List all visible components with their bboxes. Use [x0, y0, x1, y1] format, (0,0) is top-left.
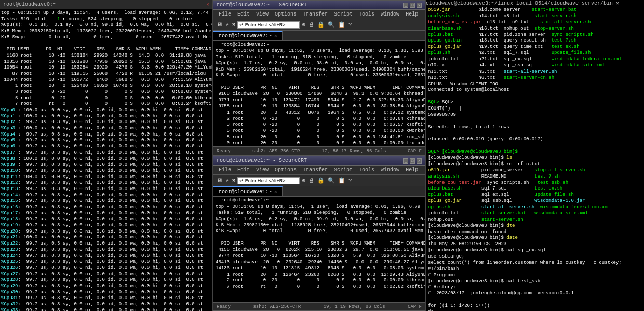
tab-cloudwave2-close[interactable]: ✕ [274, 33, 277, 39]
r-filelist-3: clearbase.sh n16.txt nohup.out stop-serv… [428, 26, 642, 32]
host-input[interactable] [237, 21, 300, 29]
toolbar1-print-icon[interactable]: 🖨 [307, 177, 315, 184]
toolbar1-map-icon[interactable]: 📋 [337, 177, 346, 184]
host1-input[interactable] [237, 177, 300, 184]
htop-row-cpu33: %Cpu33: 99.7 us, 0.3 sy, 0.0 ni, 0.0 id,… [1, 308, 211, 311]
t1-line3: Tasks: 519 total, 1 running, 518 sleepin… [216, 210, 423, 217]
htop-blank [1, 40, 211, 47]
status1-rows: 19, 1 19 Rows, 86 Cols [324, 304, 385, 309]
securecrt-cloudwave2-tabs: root@cloudwave2:~ ✕ [213, 31, 425, 41]
menu-edit[interactable]: Edit [234, 11, 253, 18]
menu1-transfer[interactable]: Transfer [300, 167, 331, 173]
htop-row-cpu19: %Cpu19: 99.7 us, 0.3 sy, 0.0 ni, 0.0 id,… [1, 223, 211, 229]
tab-cloudwave1[interactable]: root@cloudwave1:~ ✕ [213, 186, 283, 196]
t1-p2: 9774 root 10 -10 138564 16720 5320 S 5.9… [216, 253, 423, 260]
minimize1-button[interactable]: _ [403, 158, 408, 164]
status1-cap: CAP F [408, 304, 422, 309]
left-title-text: root@cloudwave0:~ [3, 2, 56, 7]
r-date-cmd: [cloudwave@cloudwave3 bin]$ dte [428, 223, 642, 229]
status-ready: Ready [217, 148, 231, 154]
menu-view[interactable]: View [253, 11, 272, 18]
t2-p9: 0 root 20 -20 0 0 0 S 0.0 0.0 0:00.00 lr… [216, 141, 423, 146]
toolbar1-connect-icon[interactable]: ⚡ [224, 177, 230, 184]
close1-button[interactable]: ✕ [417, 158, 422, 164]
t2-line6: KiB Swap: 0 total, 0 free, 0 used. 23300… [216, 73, 423, 79]
tab-cloudwave1-close[interactable]: ✕ [274, 189, 277, 195]
toolbar1-find-icon[interactable]: 🔍 [327, 177, 336, 184]
htop-row-cpu26: %Cpu26: 99.7 us, 0.3 sy, 0.0 ni, 0.0 id,… [1, 265, 211, 272]
toolbar-settings-icon[interactable]: ⚙ [301, 21, 306, 28]
securecrt-cloudwave2-menubar: File Edit View Options Transfer Script T… [213, 10, 425, 19]
left-close-btn[interactable]: ✕ [207, 2, 209, 7]
minimize-button[interactable]: _ [403, 3, 408, 8]
toolbar1-settings-icon[interactable]: ⚙ [301, 177, 306, 184]
right-close-btn[interactable]: ✕ [616, 1, 619, 6]
menu-window[interactable]: Window [378, 11, 403, 18]
htop-row-cpu3: %Cpu3 : 100.0 us, 0.0 sy, 0.0 ni, 0.0 id… [1, 126, 211, 132]
maximize1-button[interactable]: □ [410, 158, 415, 164]
t1-p6: 2 root 0 -20 0 0 0 S 0.0 0.0 0:00.00 kth… [216, 278, 423, 284]
r-filelist2-7: jobinfo.txt start-server.bat wisdomdata-… [428, 211, 642, 217]
toolbar1-help-icon[interactable]: ? [347, 178, 353, 184]
r-ls-line2: [cloudwave@cloudwave3 bin]$ rm -rf n.txt [428, 161, 642, 168]
securecrt-cloudwave2-window: root@cloudwave2:~ - SecureCRT _ □ ✕ File… [213, 0, 425, 155]
terminal-cloudwave1-content[interactable]: root@cloudwave1:~ top - 08:31:05 up 8 da… [213, 197, 425, 302]
toolbar1-lock-icon[interactable]: 🔒 [316, 177, 326, 184]
toolbar1-new-icon[interactable]: 🖥 [216, 177, 223, 184]
menu-transfer[interactable]: Transfer [300, 11, 331, 18]
r-ls-line1: [cloudwave@cloudwave3 bin]$ ls [428, 155, 642, 161]
terminal-cloudwave2-content[interactable]: root@cloudwave2:~ top - 08:31:04 up 8 da… [213, 41, 425, 146]
r-blank1 [428, 93, 642, 100]
menu1-help[interactable]: Help [403, 167, 421, 173]
terminal-right-content[interactable]: o519.jar pid.zone_server start-server.ba… [426, 6, 644, 311]
r-filelist-2: before_cpu_test.jar n15.txt n9.txt stop-… [428, 20, 642, 26]
toolbar-lock-icon[interactable]: 🔒 [316, 21, 326, 28]
middle-panel: root@cloudwave2:~ - SecureCRT _ □ ✕ File… [213, 0, 426, 311]
menu-file[interactable]: File [216, 11, 234, 18]
r-filelist-8: jobinfo.txt n21.txt sql_ex.sql wisdomdat… [428, 57, 642, 63]
menu-options[interactable]: Options [272, 11, 300, 18]
htop-row-3: 10054 root 10 -10 153284 29920 4276 S 3.… [1, 65, 211, 71]
right-panel: cloudwave@cloudwave3:~/linux_local_0514/… [426, 0, 644, 311]
htop-row-6: 1 root 20 0 125480 36820 10748 S 0.0 0.0… [1, 83, 211, 89]
maximize-button[interactable]: □ [410, 3, 415, 8]
tab-cloudwave2[interactable]: root@cloudwave2:~ ✕ [213, 31, 283, 40]
r-sql-content1: use ssblarge; [428, 254, 642, 260]
toolbar1-disconnect-icon[interactable]: ✖ [231, 177, 237, 184]
menu1-options[interactable]: Options [272, 167, 300, 173]
toolbar-find-icon[interactable]: 🔍 [327, 21, 336, 28]
htop-row-1: 1168 root 10 -10 138184 29920 14248 S 14… [1, 53, 211, 59]
menu-tools[interactable]: Tools [356, 11, 378, 18]
right-title-bar: cloudwave@cloudwave3:~/linux_local_0514/… [426, 0, 644, 6]
htop-col-header: PID USER PR NI VIRT RES SHR S %CPU %MEM … [1, 47, 211, 53]
securecrt-cloudwave2-title-text: root@cloudwave2:~ - SecureCRT [217, 2, 307, 8]
t1-line6: KiB Swap: 0 total, 0 free, 0 used, 26577… [216, 228, 423, 235]
r-sql-prompt1: SQL> SQL> [428, 100, 642, 106]
menu-script[interactable]: Script [331, 11, 356, 18]
r-sql-count: COUNT(*) | [428, 106, 642, 112]
close-button[interactable]: ✕ [417, 3, 422, 8]
right-title-text: cloudwave@cloudwave3:~/linux_local_0514/… [426, 1, 613, 6]
menu1-tools[interactable]: Tools [356, 167, 378, 173]
toolbar-connect-icon[interactable]: ⚡ [224, 21, 230, 28]
toolbar-disconnect-icon[interactable]: ✖ [231, 21, 237, 28]
htop-row-cpu6: %Cpu6 : 99.7 us, 0.3 sy, 0.0 ni, 0.0 id,… [1, 144, 211, 150]
menu-help[interactable]: Help [403, 11, 421, 18]
menu1-edit[interactable]: Edit [234, 167, 253, 173]
status1-ssh: ssh2: AES-256-CTR [253, 304, 301, 309]
t2-p6: 3 root 0 -20 0 0 0 S 0.0 0.0 0:06.57 kso… [216, 122, 423, 128]
menu1-script[interactable]: Script [331, 167, 356, 173]
r-filelist2-5: cplus_go.jar sql_ssb.sql wisdomdata-1.0.… [428, 198, 642, 205]
toolbar-new-icon[interactable]: 🖥 [216, 21, 223, 28]
menu1-view[interactable]: View [253, 167, 272, 173]
menu1-file[interactable]: File [216, 167, 234, 173]
toolbar-help-icon[interactable]: ? [347, 22, 353, 28]
r-filelist-10: nI1.txt n5.txt start-all-server.sh [428, 69, 642, 75]
menu1-window[interactable]: Window [378, 167, 403, 173]
securecrt-cloudwave1-tabs: root@cloudwave1:~ ✕ [213, 186, 425, 197]
t2-p4: 1 root 20 0 48312 8076 1964 S 0.5 0.0 0:… [216, 110, 423, 116]
toolbar-map-icon[interactable]: 📋 [337, 21, 346, 28]
toolbar-print-icon[interactable]: 🖨 [307, 21, 315, 28]
htop-row-cpu21: %Cpu21: 100.0 us, 0.0 sy, 0.0 ni, 0.0 id… [1, 235, 211, 241]
t2-line7 [216, 79, 423, 85]
